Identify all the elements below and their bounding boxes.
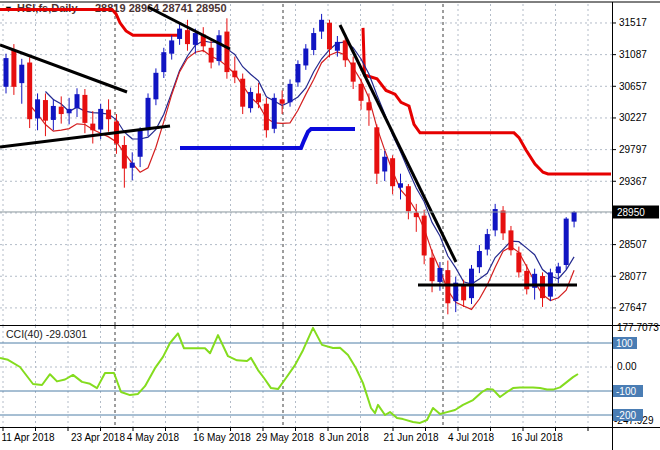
candlestick: [422, 216, 427, 256]
candlestick: [469, 269, 474, 298]
candlestick: [248, 92, 253, 108]
ma-slow-line: [30, 50, 574, 309]
candlestick: [485, 234, 490, 249]
candlestick: [280, 99, 285, 103]
date-axis-label: 23 Apr 2018: [71, 432, 125, 443]
price-axis-label: 29797: [619, 144, 647, 155]
mt4-chart-window[interactable]: ▼ HSI,fs,Daily 28819 28964 28741 28950 C…: [0, 0, 660, 450]
price-axis-label: 29367: [619, 176, 647, 187]
candlestick: [564, 219, 569, 265]
candlestick: [461, 285, 466, 300]
candlestick: [153, 73, 158, 100]
candlestick: [146, 98, 151, 130]
candlestick: [4, 58, 9, 87]
candlestick: [130, 163, 135, 168]
candlestick: [414, 213, 419, 217]
candlestick: [11, 50, 16, 87]
date-axis-label: 21 Jun 2018: [383, 432, 438, 443]
candlestick: [445, 270, 450, 303]
candlestick: [90, 124, 95, 131]
candlestick: [98, 109, 103, 130]
candlestick: [556, 266, 561, 273]
candlestick: [501, 211, 506, 234]
date-axis-label: 4 May 2018: [127, 432, 180, 443]
candlestick: [303, 49, 308, 66]
price-axis-label: 28077: [619, 271, 647, 282]
candlestick: [335, 42, 340, 51]
candlestick: [232, 71, 237, 78]
candlestick: [19, 65, 24, 83]
price-axis-label: 31087: [619, 49, 647, 60]
candlestick: [106, 110, 111, 120]
candlestick: [169, 40, 174, 53]
candlestick: [209, 48, 214, 63]
candlestick: [366, 102, 371, 110]
candlestick: [398, 183, 403, 187]
date-axis-label: 29 May 2018: [256, 432, 314, 443]
price-chart-canvas[interactable]: ▼ HSI,fs,Daily 28819 28964 28741 28950 C…: [0, 0, 660, 450]
candlestick: [311, 33, 316, 50]
candlestick: [343, 40, 348, 60]
candlestick: [256, 93, 261, 102]
candlestick: [272, 98, 277, 129]
cci-line: [0, 328, 578, 423]
price-axis-label: 31517: [619, 17, 647, 28]
cci-zero-label: 0.00: [617, 361, 637, 372]
candlestick: [516, 252, 521, 272]
cci-indicator-label: CCI(40) -29.0301: [6, 328, 87, 340]
candlestick: [82, 95, 87, 123]
cci-indicator-layer: [0, 328, 578, 423]
candlestick: [374, 127, 379, 173]
candlestick: [27, 63, 32, 120]
price-axis-label: 28507: [619, 239, 647, 250]
cci-level-tag: 100: [616, 338, 633, 349]
price-axis-label: 30657: [619, 81, 647, 92]
candlestick: [390, 158, 395, 186]
candlestick: [327, 23, 332, 50]
candlestick: [224, 32, 229, 72]
current-price-tag: 28950: [617, 207, 645, 218]
candlestick: [477, 251, 482, 267]
uptrend-stop-line: [180, 129, 355, 148]
candlestick: [122, 145, 127, 169]
candlestick: [437, 268, 442, 282]
price-axis-label: 27647: [619, 302, 647, 313]
candlestick: [264, 104, 269, 131]
candlestick: [43, 100, 48, 121]
cci-level-tag: -100: [616, 386, 636, 397]
candlestick: [524, 271, 529, 289]
candlestick: [217, 35, 222, 61]
candlestick: [572, 212, 577, 222]
cci-level-tag: -200: [616, 410, 636, 421]
candlestick: [295, 64, 300, 82]
candlestick: [382, 157, 387, 172]
candlestick: [430, 258, 435, 282]
date-axis-label: 8 Jun 2018: [319, 432, 369, 443]
candlestick: [138, 131, 143, 157]
candlestick: [75, 94, 80, 108]
moving-averages-layer: [30, 41, 574, 310]
candlestick: [161, 52, 166, 72]
cci-max-label: 177.7073: [617, 322, 659, 333]
date-axis-label: 16 May 2018: [193, 432, 251, 443]
candlestick: [351, 63, 356, 82]
date-axis-label: 16 Jul 2018: [511, 432, 563, 443]
candlestick: [35, 99, 40, 118]
candlestick: [185, 30, 190, 44]
price-axis-label: 30227: [619, 112, 647, 123]
candlestick: [359, 84, 364, 101]
date-axis-label: 11 Apr 2018: [1, 432, 55, 443]
candlestick: [240, 79, 245, 107]
candlestick: [540, 276, 545, 298]
candlestick: [508, 230, 513, 250]
trendline-object[interactable]: [0, 45, 127, 92]
candlestick: [59, 107, 64, 114]
candlestick: [51, 106, 56, 120]
candlestick: [319, 20, 324, 32]
candlestick: [67, 109, 72, 113]
candlestick: [406, 186, 411, 211]
candlestick: [177, 29, 182, 39]
candlestick: [288, 84, 293, 102]
trendline-object[interactable]: [340, 25, 456, 262]
candlestick: [193, 33, 198, 45]
